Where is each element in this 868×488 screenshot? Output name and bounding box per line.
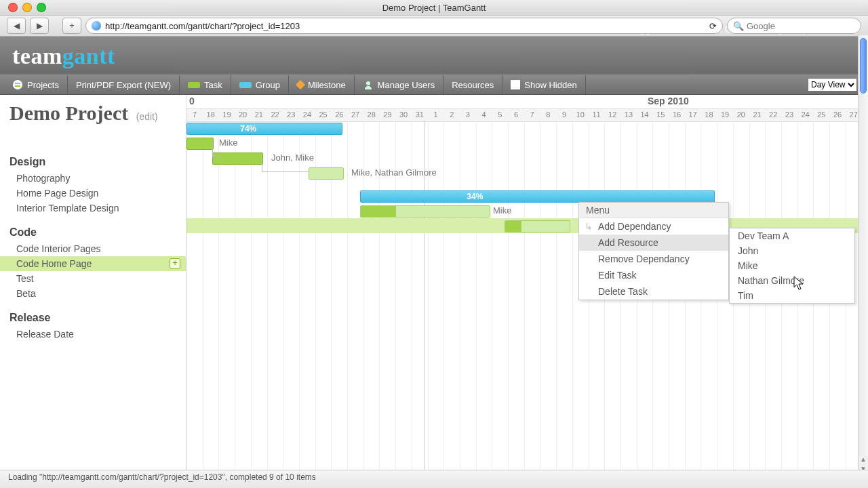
scroll-up-icon[interactable]: ▲	[859, 455, 868, 465]
day-label: 26	[331, 110, 347, 119]
day-label: 19	[218, 110, 235, 119]
resource-option[interactable]: John	[730, 243, 854, 258]
url-field[interactable]: http://teamgantt.com/gantt/chart/?projec…	[85, 18, 723, 34]
day-label: 20	[733, 110, 749, 119]
projects-button[interactable]: Projects	[4, 75, 68, 94]
minimize-window-icon[interactable]	[22, 3, 32, 12]
svg-point-3	[366, 81, 370, 85]
day-label: 19	[717, 110, 733, 119]
project-title: Demo Project (edit)	[0, 95, 186, 126]
day-label: 4	[476, 110, 492, 119]
gantt-row[interactable]: Mike	[186, 203, 868, 218]
day-label: 29	[379, 110, 395, 119]
context-menu-item[interactable]: Add Dependancy↳	[579, 218, 728, 235]
day-label: 1	[428, 110, 444, 119]
scrollbar-thumb[interactable]	[860, 38, 867, 94]
reload-icon[interactable]: ⟳	[709, 21, 717, 31]
task-label[interactable]: Test	[0, 271, 186, 286]
add-icon[interactable]: +	[170, 258, 180, 269]
checkbox-icon	[511, 80, 520, 89]
task-label[interactable]: Beta	[0, 286, 186, 301]
view-select[interactable]: Day View	[808, 78, 857, 92]
gantt-row[interactable]: Mike	[186, 136, 868, 150]
month-header: 0 Sep 2010	[186, 95, 868, 109]
group-icon	[239, 82, 252, 88]
resource-submenu[interactable]: Dev Team AJohnMikeNathan GilmoreTim	[729, 228, 855, 304]
resource-option[interactable]: Nathan Gilmore	[730, 273, 854, 288]
manage-users-button[interactable]: Manage Users	[355, 75, 444, 94]
day-label: 26	[829, 110, 846, 119]
day-label: 18	[203, 110, 219, 119]
context-menu-item[interactable]: Add Resource	[579, 235, 728, 251]
show-hidden-toggle[interactable]: Show Hidden	[502, 75, 585, 94]
task-label[interactable]: Code Home Page+	[0, 256, 186, 271]
day-label: 23	[283, 110, 299, 119]
day-label: 27	[347, 110, 363, 119]
assignee-label: Mike, Nathan Gilmore	[351, 167, 437, 178]
gantt-row[interactable]: 34%	[186, 188, 868, 203]
resource-option[interactable]: Tim	[730, 288, 854, 303]
day-label: 7	[186, 110, 203, 119]
status-bar: Loading "http://teamgantt.com/gantt/char…	[0, 470, 868, 488]
context-menu[interactable]: Menu Add Dependancy↳Add ResourceRemove D…	[578, 202, 729, 300]
export-button[interactable]: Print/PDF Export (NEW)	[68, 75, 180, 94]
context-menu-item[interactable]: Edit Task	[579, 267, 728, 283]
group-label[interactable]: Design	[0, 153, 186, 171]
timeline[interactable]: 0 Sep 2010 71819202122232425262728293031…	[186, 95, 868, 481]
projects-icon	[12, 79, 23, 90]
resource-option[interactable]: Mike	[730, 258, 854, 273]
day-label: 30	[395, 110, 412, 119]
day-label: 16	[669, 110, 685, 119]
day-label: 2	[443, 110, 460, 119]
back-button[interactable]: ◀	[7, 18, 26, 34]
vertical-scrollbar[interactable]: ▲ ▼	[858, 35, 868, 474]
group-label[interactable]: Release	[0, 309, 186, 327]
task-bar[interactable]	[360, 205, 490, 218]
resources-button[interactable]: Resources	[443, 75, 502, 94]
context-menu-title: Menu	[579, 203, 728, 218]
task-label[interactable]: Code Interior Pages	[0, 241, 186, 256]
task-bar[interactable]	[309, 167, 344, 180]
group-label[interactable]: Code	[0, 224, 186, 241]
content-area: Demo Project (edit) DesignPhotographyHom…	[0, 95, 868, 481]
day-label: 28	[363, 110, 380, 119]
day-label: 6	[508, 110, 524, 119]
day-label: 18	[701, 110, 717, 119]
forward-button[interactable]: ▶	[30, 18, 49, 34]
gantt-row[interactable]: 74%	[186, 121, 868, 136]
add-bookmark-button[interactable]: +	[62, 18, 81, 34]
task-label[interactable]: Photography	[0, 171, 186, 186]
day-label: 17	[685, 110, 701, 119]
gantt-row[interactable]: Mike, Nathan Gilmore	[186, 165, 868, 180]
close-window-icon[interactable]	[8, 3, 18, 12]
search-icon: 🔍	[733, 21, 744, 31]
search-field[interactable]: 🔍 Google	[727, 18, 861, 34]
zoom-window-icon[interactable]	[37, 3, 46, 12]
task-label[interactable]: Interior Template Design	[0, 201, 186, 216]
window-title: Demo Project | TeamGantt	[0, 3, 868, 13]
edit-project-link[interactable]: (edit)	[136, 111, 158, 122]
logo[interactable]: teamgantt	[12, 43, 115, 68]
task-bar[interactable]	[505, 220, 570, 232]
new-milestone-button[interactable]: Milestone	[289, 75, 355, 94]
day-label: 15	[652, 110, 669, 119]
context-menu-item[interactable]: Remove Dependancy	[579, 251, 728, 267]
new-group-button[interactable]: Group	[231, 75, 289, 94]
group-bar[interactable]: 34%	[360, 190, 715, 203]
app-toolbar: Projects Print/PDF Export (NEW) Task Gro…	[0, 75, 868, 95]
new-task-button[interactable]: Task	[180, 75, 231, 94]
day-label: 24	[797, 110, 814, 119]
day-label: 3	[460, 110, 476, 119]
group-bar[interactable]: 74%	[186, 123, 342, 135]
svg-rect-2	[15, 85, 20, 87]
task-label[interactable]: Home Page Design	[0, 186, 186, 201]
view-selector[interactable]: Day View	[808, 78, 857, 92]
users-icon	[363, 79, 374, 90]
task-label[interactable]: Release Date	[0, 327, 186, 342]
task-bar[interactable]	[186, 138, 214, 150]
resource-option[interactable]: Dev Team A	[730, 228, 854, 243]
context-menu-item[interactable]: Delete Task	[579, 283, 728, 300]
dependency-line	[212, 143, 221, 157]
day-label: 22	[765, 110, 781, 119]
day-label: 22	[267, 110, 283, 119]
